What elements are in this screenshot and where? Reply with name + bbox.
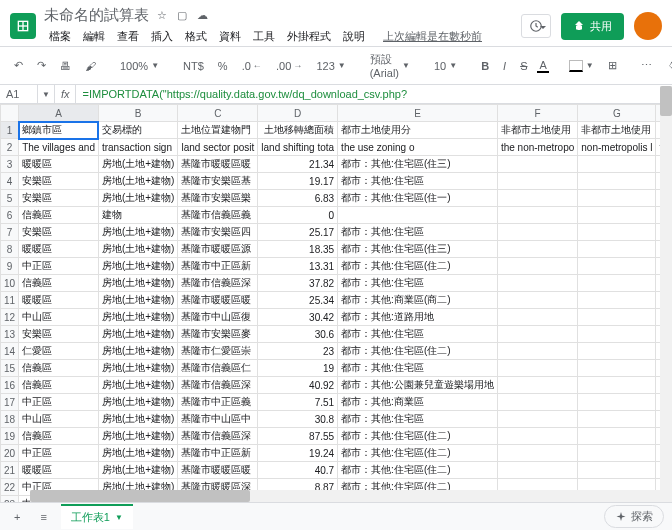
cell[interactable]: 都市：其他:住宅區 xyxy=(338,224,498,241)
cell[interactable]: 基隆市信義區仁 xyxy=(178,360,258,377)
menu-insert[interactable]: 插入 xyxy=(146,27,178,46)
cell[interactable] xyxy=(578,326,656,343)
cell[interactable]: 中正區 xyxy=(19,445,99,462)
cell[interactable]: 基隆市中正區新 xyxy=(178,445,258,462)
cell[interactable]: 非都市土地使用 xyxy=(497,122,577,139)
cell[interactable]: 中正區 xyxy=(19,394,99,411)
cell[interactable] xyxy=(497,275,577,292)
collapse-toolbar-button[interactable]: ㄑ xyxy=(662,56,672,75)
cell[interactable] xyxy=(578,207,656,224)
cell[interactable]: 建物 xyxy=(98,207,178,224)
cell[interactable]: 暖暖區 xyxy=(19,462,99,479)
column-header-D[interactable]: D xyxy=(258,105,338,122)
cell[interactable]: 21.34 xyxy=(258,156,338,173)
cell[interactable]: 都市：其他:住宅區(住二) xyxy=(338,343,498,360)
formula-input[interactable]: =IMPORTDATA("https://quality.data.gov.tw… xyxy=(76,85,672,103)
cell[interactable]: 都市：其他:住宅區 xyxy=(338,326,498,343)
cell[interactable] xyxy=(497,190,577,207)
cell[interactable] xyxy=(497,309,577,326)
star-icon[interactable]: ☆ xyxy=(157,9,167,22)
cell[interactable]: 中正區 xyxy=(19,258,99,275)
cell[interactable]: the use zoning o xyxy=(338,139,498,156)
cell[interactable]: 房地(土地+建物) xyxy=(98,309,178,326)
sheet-tab-menu-icon[interactable]: ▼ xyxy=(115,513,123,522)
cell[interactable]: 安樂區 xyxy=(19,224,99,241)
row-header[interactable]: 4 xyxy=(1,173,19,190)
row-header[interactable]: 21 xyxy=(1,462,19,479)
cell[interactable]: 40.92 xyxy=(258,377,338,394)
share-button[interactable]: 共用 xyxy=(561,13,624,40)
cell[interactable]: 交易標的 xyxy=(98,122,178,139)
cell[interactable]: 基隆市信義區深 xyxy=(178,377,258,394)
row-header[interactable]: 16 xyxy=(1,377,19,394)
cell[interactable]: 19.17 xyxy=(258,173,338,190)
row-header[interactable]: 8 xyxy=(1,241,19,258)
cell[interactable]: 基隆市信義區深 xyxy=(178,428,258,445)
cell[interactable] xyxy=(578,190,656,207)
cell[interactable]: 安樂區 xyxy=(19,190,99,207)
menu-view[interactable]: 查看 xyxy=(112,27,144,46)
row-header[interactable]: 1 xyxy=(1,122,19,139)
bold-button[interactable]: B xyxy=(477,58,493,74)
row-header[interactable]: 6 xyxy=(1,207,19,224)
cell[interactable]: 都市：其他:住宅區 xyxy=(338,360,498,377)
cell[interactable]: 土地位置建物門 xyxy=(178,122,258,139)
redo-button[interactable]: ↷ xyxy=(33,57,50,74)
cell[interactable] xyxy=(497,428,577,445)
sheets-logo[interactable] xyxy=(10,13,36,39)
more-toolbar-button[interactable]: ⋯ xyxy=(637,57,656,74)
strike-button[interactable]: S xyxy=(516,58,531,74)
explore-button[interactable]: 探索 xyxy=(604,505,664,528)
cell[interactable]: 都市：其他:商業區 xyxy=(338,394,498,411)
cell[interactable]: 信義區 xyxy=(19,275,99,292)
cell[interactable]: 都市：其他:住宅區(住一) xyxy=(338,190,498,207)
row-header[interactable]: 5 xyxy=(1,190,19,207)
paint-format-button[interactable]: 🖌 xyxy=(81,58,100,74)
cell[interactable] xyxy=(497,156,577,173)
cell[interactable] xyxy=(578,309,656,326)
doc-title[interactable]: 未命名的試算表 xyxy=(44,6,149,25)
cell[interactable] xyxy=(497,377,577,394)
cell[interactable]: 0 xyxy=(258,207,338,224)
cell[interactable]: 基隆市暖暖區暖 xyxy=(178,156,258,173)
cell[interactable]: 13.31 xyxy=(258,258,338,275)
borders-button[interactable]: ⊞ xyxy=(604,57,621,74)
menu-edit[interactable]: 編輯 xyxy=(78,27,110,46)
row-header[interactable]: 20 xyxy=(1,445,19,462)
cell[interactable]: 房地(土地+建物) xyxy=(98,241,178,258)
cell[interactable] xyxy=(578,411,656,428)
cell[interactable]: 中山區 xyxy=(19,309,99,326)
cell[interactable] xyxy=(497,224,577,241)
cell[interactable]: 23 xyxy=(258,343,338,360)
column-header-E[interactable]: E xyxy=(338,105,498,122)
menu-help[interactable]: 說明 xyxy=(338,27,370,46)
cell[interactable]: 30.8 xyxy=(258,411,338,428)
menu-tools[interactable]: 工具 xyxy=(248,27,280,46)
text-color-button[interactable]: A xyxy=(537,59,548,73)
cell[interactable]: 信義區 xyxy=(19,377,99,394)
cell[interactable]: 房地(土地+建物) xyxy=(98,428,178,445)
cell[interactable]: The villages and xyxy=(19,139,99,156)
cell[interactable]: 87.55 xyxy=(258,428,338,445)
cell[interactable]: 都市：其他:住宅區(住二) xyxy=(338,445,498,462)
cell[interactable]: 非都市土地使用 xyxy=(578,122,656,139)
column-header-A[interactable]: A xyxy=(19,105,99,122)
cell[interactable]: 房地(土地+建物) xyxy=(98,190,178,207)
cell[interactable]: 19.24 xyxy=(258,445,338,462)
cell[interactable]: 基隆市安樂區四 xyxy=(178,224,258,241)
cell[interactable]: 都市：其他:公園兼兒童遊樂場用地 xyxy=(338,377,498,394)
name-box-dropdown[interactable]: ▼ xyxy=(38,85,55,103)
increase-decimal-button[interactable]: .00→ xyxy=(272,58,306,74)
cell[interactable]: 基隆市中山區中 xyxy=(178,411,258,428)
cell[interactable] xyxy=(578,377,656,394)
cell[interactable]: 基隆市中山區復 xyxy=(178,309,258,326)
cell[interactable]: 6.83 xyxy=(258,190,338,207)
cell[interactable]: 暖暖區 xyxy=(19,156,99,173)
cell[interactable]: 37.82 xyxy=(258,275,338,292)
cell[interactable] xyxy=(578,156,656,173)
cell[interactable] xyxy=(497,343,577,360)
last-edit-link[interactable]: 上次編輯是在數秒前 xyxy=(378,27,487,46)
cell[interactable]: 都市：其他:道路用地 xyxy=(338,309,498,326)
cell[interactable]: 房地(土地+建物) xyxy=(98,224,178,241)
row-header[interactable]: 7 xyxy=(1,224,19,241)
